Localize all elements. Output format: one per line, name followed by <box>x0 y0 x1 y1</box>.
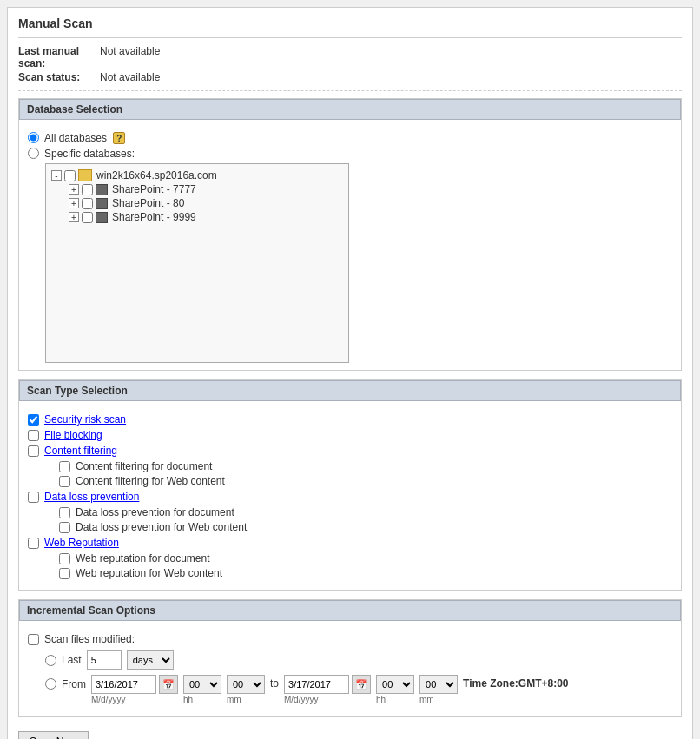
database-selection-body: All databases ? Specific databases: - wi… <box>19 125 681 370</box>
incremental-body: Scan files modified: Last days hours Fro… <box>19 626 681 716</box>
tree-children: + SharePoint - 7777 + SharePoint - 80 + … <box>51 183 343 223</box>
tree-child-expand-1[interactable]: + <box>69 198 79 208</box>
tree-child-checkbox-0[interactable] <box>82 184 93 195</box>
scan-type-section: Scan Type Selection Security risk scan F… <box>18 379 682 591</box>
scan-type-main-content-filtering: Content filtering <box>28 445 672 457</box>
tree-child-checkbox-2[interactable] <box>82 212 93 223</box>
tree-root-label: win2k16x64.sp2016a.com <box>96 169 217 181</box>
scan-type-label-file-blocking[interactable]: File blocking <box>44 429 102 441</box>
scan-type-body: Security risk scan File blocking Content… <box>19 406 681 590</box>
sub-option-content-filtering-1: Content filtering for Web content <box>59 475 672 487</box>
scan-type-header: Scan Type Selection <box>19 380 681 401</box>
db-icon-1 <box>96 198 108 209</box>
to-mm-group: 00153045 mm <box>419 675 458 704</box>
sub-checkbox-content-filtering-0[interactable] <box>59 461 70 472</box>
scan-type-link-web-reputation[interactable]: Web Reputation <box>44 537 119 549</box>
sub-checkbox-content-filtering-1[interactable] <box>59 476 70 487</box>
tree-child-0: + SharePoint - 7777 <box>51 183 343 195</box>
last-scan-row: Last manual scan: Not available <box>18 45 682 69</box>
tree-child-checkbox-1[interactable] <box>82 198 93 209</box>
to-date-group: 📅 M/d/yyyy <box>284 675 371 704</box>
tree-root-expand[interactable]: - <box>51 170 62 181</box>
to-date-input[interactable] <box>284 675 349 694</box>
scan-type-label-web-reputation[interactable]: Web Reputation <box>44 537 119 549</box>
to-label: to <box>270 677 279 690</box>
from-date-input[interactable] <box>91 675 156 694</box>
scan-type-checkbox-data-loss[interactable] <box>28 492 39 503</box>
scan-type-row-data-loss: Data loss prevention Data loss preventio… <box>28 491 672 533</box>
title-divider <box>18 37 682 38</box>
scan-type-label-security-risk[interactable]: Security risk scan <box>44 413 126 426</box>
sub-label-content-filtering-1[interactable]: Content filtering for Web content <box>76 475 225 487</box>
specific-databases-row: Specific databases: <box>28 148 672 160</box>
incremental-scan-header: Incremental Scan Options <box>19 600 681 621</box>
from-label[interactable]: From <box>62 678 86 690</box>
tree-child-expand-2[interactable]: + <box>69 212 79 222</box>
from-mm-hint: mm <box>227 695 241 704</box>
tree-root: - win2k16x64.sp2016a.com <box>51 169 343 181</box>
all-databases-label[interactable]: All databases ? <box>44 132 125 144</box>
scan-type-checkbox-file-blocking[interactable] <box>28 430 39 441</box>
last-radio[interactable] <box>45 655 56 666</box>
from-hh-select[interactable]: 00010203 <box>183 675 221 694</box>
sub-label-data-loss-0[interactable]: Data loss prevention for document <box>76 506 234 518</box>
sub-checkbox-data-loss-1[interactable] <box>59 522 70 533</box>
last-n-days-row: Last days hours <box>45 650 672 670</box>
scan-type-label-content-filtering[interactable]: Content filtering <box>44 445 117 457</box>
last-scan-label: Last manual scan: <box>18 45 96 69</box>
scan-type-link-file-blocking[interactable]: File blocking <box>44 429 102 441</box>
page-title: Manual Scan <box>18 16 682 30</box>
database-selection-section: Database Selection All databases ? Speci… <box>18 98 682 371</box>
tree-child-label-2: SharePoint - 9999 <box>112 211 196 223</box>
scan-type-link-content-filtering[interactable]: Content filtering <box>44 445 117 457</box>
from-mm-select[interactable]: 00153045 <box>227 675 265 694</box>
from-calendar-button[interactable]: 📅 <box>159 675 178 694</box>
scan-files-modified-row: Scan files modified: <box>28 633 672 645</box>
sub-label-data-loss-1[interactable]: Data loss prevention for Web content <box>76 521 247 533</box>
last-label[interactable]: Last <box>62 654 82 666</box>
tree-root-checkbox[interactable] <box>64 170 76 181</box>
sub-checkbox-web-reputation-1[interactable] <box>59 568 70 579</box>
days-unit-select[interactable]: days hours <box>127 650 174 670</box>
sub-label-web-reputation-1[interactable]: Web reputation for Web content <box>76 567 222 579</box>
sub-option-web-reputation-0: Web reputation for document <box>59 552 672 564</box>
scan-files-modified-checkbox[interactable] <box>28 634 39 645</box>
scan-type-link-security-risk[interactable]: Security risk scan <box>44 413 126 426</box>
specific-databases-label[interactable]: Specific databases: <box>44 148 135 160</box>
tree-child-expand-0[interactable]: + <box>69 184 79 195</box>
scan-type-checkbox-security-risk[interactable] <box>28 414 39 426</box>
scan-type-checkbox-content-filtering[interactable] <box>28 445 39 457</box>
to-hh-hint: hh <box>376 695 386 704</box>
sub-option-data-loss-0: Data loss prevention for document <box>59 506 672 518</box>
to-calendar-button[interactable]: 📅 <box>352 675 371 694</box>
scan-type-checkbox-web-reputation[interactable] <box>28 538 39 549</box>
scan-type-label-data-loss[interactable]: Data loss prevention <box>44 491 139 503</box>
info-section: Last manual scan: Not available Scan sta… <box>18 45 682 91</box>
scan-type-main-security-risk: Security risk scan <box>28 413 672 426</box>
scan-type-row-web-reputation: Web Reputation Web reputation for docume… <box>28 537 672 579</box>
info-icon: ? <box>113 132 125 144</box>
scan-now-button[interactable]: Scan Now <box>18 731 89 739</box>
sub-checkbox-web-reputation-0[interactable] <box>59 553 70 564</box>
to-hh-group: 00010203 hh <box>376 675 414 704</box>
scan-type-link-data-loss[interactable]: Data loss prevention <box>44 491 139 503</box>
timezone-label: Time Zone:GMT+8:00 <box>463 677 568 690</box>
all-databases-radio[interactable] <box>28 132 39 143</box>
scan-type-row-file-blocking: File blocking <box>28 429 672 441</box>
specific-databases-radio[interactable] <box>28 148 39 159</box>
tree-child-1: + SharePoint - 80 <box>51 197 343 209</box>
sub-label-content-filtering-0[interactable]: Content filtering for document <box>76 460 212 472</box>
from-date-hint: M/d/yyyy <box>91 695 125 704</box>
sub-option-data-loss-1: Data loss prevention for Web content <box>59 521 672 533</box>
from-to-row: From 📅 M/d/yyyy 00010203 hh <box>45 675 672 704</box>
to-mm-select[interactable]: 00153045 <box>419 675 458 694</box>
tree-child-2: + SharePoint - 9999 <box>51 211 343 223</box>
from-mm-group: 00153045 mm <box>227 675 265 704</box>
sub-checkbox-data-loss-0[interactable] <box>59 507 70 518</box>
to-date-hint: M/d/yyyy <box>284 695 318 704</box>
sub-options-data-loss: Data loss prevention for document Data l… <box>59 506 672 533</box>
from-radio[interactable] <box>45 678 56 690</box>
sub-label-web-reputation-0[interactable]: Web reputation for document <box>76 552 210 564</box>
to-hh-select[interactable]: 00010203 <box>376 675 414 694</box>
days-input[interactable] <box>87 650 122 670</box>
